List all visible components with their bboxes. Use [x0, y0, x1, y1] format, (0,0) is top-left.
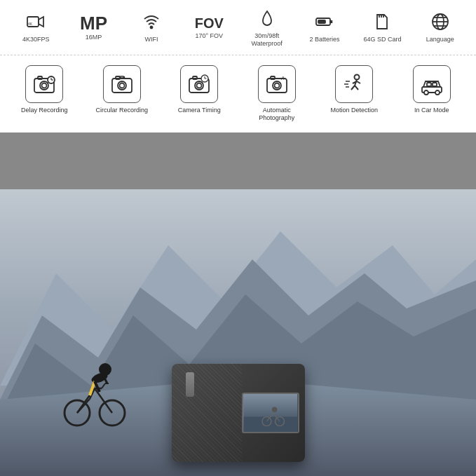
feature-auto-photo: A AutomaticPhotography	[249, 65, 305, 123]
spec-fov: FOV 170° FOV	[188, 15, 230, 40]
feature-timing: Camera Timing	[171, 65, 227, 115]
svg-rect-48	[112, 79, 132, 93]
circular-recording-label: Circular Recording	[95, 107, 148, 115]
svg-point-54	[197, 83, 202, 88]
water-icon	[257, 8, 277, 31]
svg-rect-59	[267, 79, 287, 93]
mp-icon: MP	[80, 14, 107, 32]
cyclist-figure	[63, 329, 126, 434]
svg-rect-76	[427, 83, 431, 86]
auto-photography-icon: A	[258, 65, 296, 103]
svg-text:4K: 4K	[28, 22, 33, 26]
spec-wifi-label: WIFI	[144, 36, 158, 43]
spec-battery-label: 2 Batteries	[310, 36, 340, 43]
svg-rect-77	[433, 83, 437, 86]
spec-wifi: WIFI	[130, 12, 172, 43]
svg-point-64	[355, 74, 360, 79]
svg-point-30	[150, 27, 152, 29]
camera-button	[186, 372, 194, 397]
language-icon	[430, 12, 450, 34]
delay-recording-label: Delay Recording	[21, 107, 68, 115]
main-container: 4K 4K30FPS MP 16MP	[0, 0, 476, 476]
specs-bar: 4K 4K30FPS MP 16MP	[0, 0, 476, 55]
circular-recording-icon	[103, 65, 141, 103]
delay-recording-icon	[25, 65, 63, 103]
svg-line-67	[355, 86, 358, 90]
spec-sdcard: 64G SD Card	[361, 12, 403, 43]
spec-waterproof: 30m/98ftWaterproof	[246, 8, 288, 48]
spec-battery: 2 Batteries	[304, 12, 346, 43]
spec-fov-label: 170° FOV	[196, 32, 224, 40]
auto-photography-label: AutomaticPhotography	[259, 107, 294, 123]
svg-point-43	[42, 83, 47, 88]
features-panel: 4K 4K30FPS MP 16MP	[0, 0, 476, 132]
svg-point-19	[99, 363, 111, 376]
camera-device	[172, 364, 305, 462]
spec-mp-label: 16MP	[86, 34, 102, 41]
spec-sdcard-label: 64G SD Card	[363, 36, 401, 43]
motion-detection-icon	[335, 65, 373, 103]
svg-text:A: A	[280, 76, 285, 81]
svg-point-61	[274, 83, 279, 88]
video-icon: 4K	[26, 12, 46, 34]
motion-detection-label: Motion Detection	[330, 107, 378, 115]
wifi-icon	[142, 12, 161, 34]
svg-point-75	[435, 90, 440, 95]
background-photo	[0, 189, 476, 476]
svg-rect-32	[318, 20, 325, 23]
svg-point-50	[119, 83, 124, 88]
svg-point-74	[424, 90, 428, 95]
svg-rect-55	[193, 76, 197, 79]
svg-line-14	[102, 383, 105, 388]
in-car-mode-label: In Car Mode	[414, 107, 449, 115]
battery-icon	[315, 12, 334, 34]
camera-body	[172, 364, 305, 462]
feature-motion: Motion Detection	[326, 65, 382, 115]
camera-timing-label: Camera Timing	[178, 107, 221, 115]
sdcard-icon	[372, 12, 392, 34]
spec-language: Language	[419, 12, 461, 43]
svg-rect-62	[271, 76, 275, 79]
spec-language-label: Language	[426, 36, 454, 43]
spec-waterproof-label: 30m/98ftWaterproof	[252, 32, 283, 48]
spec-4k-label: 4K30FPS	[22, 36, 50, 43]
camera-screen	[242, 393, 299, 433]
feature-incar: In Car Mode	[404, 65, 460, 115]
svg-line-66	[351, 86, 355, 90]
svg-rect-44	[38, 76, 42, 79]
feature-circular: Circular Recording	[94, 65, 150, 115]
features-row: Delay Recording Circular Recording	[0, 55, 476, 132]
svg-point-27	[271, 407, 276, 412]
svg-line-69	[357, 81, 360, 83]
in-car-mode-icon	[413, 65, 451, 103]
spec-4k: 4K 4K30FPS	[15, 12, 57, 43]
camera-timing-icon	[180, 65, 218, 103]
fov-icon: FOV	[195, 15, 224, 31]
feature-delay: Delay Recording	[16, 65, 72, 115]
spec-mp: MP 16MP	[73, 14, 115, 41]
